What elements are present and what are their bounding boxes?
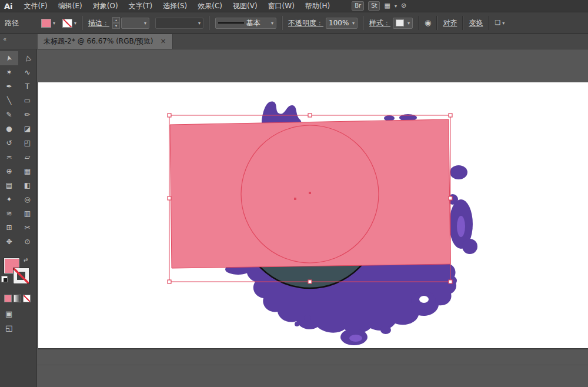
align-label[interactable]: 对齐 (443, 18, 457, 28)
stroke-weight-dropdown[interactable]: ▾ (121, 18, 149, 29)
type-tool[interactable]: T (18, 79, 36, 94)
width-tool[interactable]: ≍ (0, 150, 18, 164)
menu-item-view[interactable]: 视图(V) (228, 0, 263, 12)
opacity-label[interactable]: 不透明度： (288, 18, 323, 28)
graphic-style-dropdown[interactable]: ▾ (393, 18, 413, 29)
mesh-tool-icon: ▤ (6, 181, 12, 189)
menu-item-window[interactable]: 窗口(W) (263, 0, 300, 12)
stroke-weight-stepper[interactable]: ▴ ▾ (112, 17, 120, 29)
blend-tool[interactable]: ◎ (18, 192, 36, 206)
rotate-tool[interactable]: ↺ (0, 136, 18, 150)
width-profile-dropdown[interactable]: ▾ (155, 18, 203, 29)
selection-handle[interactable] (168, 114, 171, 117)
splatter-light-accent (457, 216, 465, 237)
menu-item-select[interactable]: 选择(S) (158, 0, 192, 12)
menu-item-effect[interactable]: 效果(C) (192, 0, 228, 12)
document-tab[interactable]: 未标题-2* @ 66.67% (RGB/预览) × (38, 34, 173, 49)
stroke-color-control[interactable]: ▾ (62, 19, 76, 28)
chevron-down-icon: ▾ (144, 21, 146, 26)
line-segment-tool[interactable]: ╲ (0, 94, 18, 108)
symbol-sprayer-tool[interactable]: ≋ (0, 206, 18, 221)
stroke-color-swatch[interactable] (62, 19, 72, 28)
workspace-chevron-icon[interactable]: ▾ (395, 4, 397, 9)
stroke-chevron-icon[interactable]: ▾ (74, 21, 76, 26)
eraser-tool[interactable]: ◪ (18, 122, 36, 136)
slice-tool[interactable]: ✂ (18, 221, 36, 235)
selection-handle[interactable] (308, 280, 312, 283)
selection-handle[interactable] (168, 196, 171, 200)
zoom-tool[interactable]: ⊙ (18, 235, 36, 249)
splatter-dot[interactable] (304, 315, 311, 322)
gradient-tool-icon: ◧ (24, 181, 31, 189)
selection-handle[interactable] (449, 114, 452, 117)
bridge-button[interactable]: Br (352, 1, 364, 11)
chevron-down-icon: ▾ (407, 21, 410, 26)
blob-brush-tool[interactable]: ● (0, 122, 18, 136)
paintbrush-tool[interactable]: ✎ (0, 108, 18, 122)
recolor-artwork-icon[interactable]: ◉ (425, 17, 431, 29)
eyedropper-tool[interactable]: ✦ (0, 192, 18, 206)
swap-fill-stroke-icon[interactable]: ⇄ (24, 257, 28, 263)
stroke-proxy-swatch[interactable] (14, 268, 29, 283)
fill-color-swatch[interactable] (41, 19, 51, 28)
menu-item-object[interactable]: 对象(O) (88, 0, 123, 12)
selection-handle[interactable] (449, 280, 452, 283)
rectangle-tool-icon: ▭ (24, 96, 31, 105)
pencil-tool[interactable]: ✏ (18, 108, 36, 122)
column-graph-tool[interactable]: ▥ (18, 206, 36, 221)
artboard-tool[interactable]: ⊞ (0, 221, 18, 235)
selection-handle[interactable] (168, 280, 171, 283)
transform-label[interactable]: 变换 (469, 18, 483, 28)
panel-menu-icon[interactable]: ❏ (495, 17, 500, 29)
magic-wand-tool[interactable]: ✶ (0, 65, 18, 79)
app-logo[interactable]: Ai (0, 2, 19, 11)
splatter-dot[interactable] (295, 322, 299, 326)
splatter-dot[interactable] (380, 326, 391, 334)
draw-modes-icon[interactable]: ▣ (5, 309, 36, 318)
workspace-switcher-icon[interactable]: ▦ (384, 0, 390, 12)
splatter-dot[interactable] (450, 165, 467, 179)
shape-builder-tool[interactable]: ⊕ (0, 164, 18, 178)
pen-tool[interactable]: ✒ (0, 79, 18, 94)
divider (82, 16, 83, 30)
stepper-down-icon[interactable]: ▾ (112, 23, 120, 29)
default-fill-stroke-icon[interactable] (1, 276, 8, 282)
menu-item-type[interactable]: 文字(T) (123, 0, 158, 12)
brush-definition-dropdown[interactable]: 基本 ▾ (215, 18, 276, 29)
direct-selection-tool[interactable]: ▷ (18, 51, 36, 65)
tab-bar: « 未标题-2* @ 66.67% (RGB/预览) × (0, 34, 588, 49)
width-tool-icon: ≍ (6, 153, 12, 161)
stroke-weight-label[interactable]: 描边： (88, 18, 109, 28)
splatter-dot[interactable] (462, 239, 477, 254)
fill-chevron-icon[interactable]: ▾ (53, 21, 55, 26)
rectangle-tool[interactable]: ▭ (18, 94, 36, 108)
gradient-tool[interactable]: ◧ (18, 178, 36, 192)
free-transform-tool[interactable]: ▱ (18, 150, 36, 164)
stock-button[interactable]: St (368, 1, 380, 11)
opacity-dropdown[interactable]: 100% ▾ (326, 18, 358, 29)
fill-color-control[interactable]: ▾ (41, 19, 55, 28)
screen-mode-icon[interactable]: ◱ (5, 323, 36, 332)
selection-tool[interactable]: ➤ (0, 51, 18, 65)
lasso-tool[interactable]: ∿ (18, 65, 36, 79)
stepper-up-icon[interactable]: ▴ (112, 17, 120, 23)
menu-item-file[interactable]: 文件(F) (19, 0, 53, 12)
divider (418, 16, 419, 30)
none-mode-button[interactable] (23, 295, 31, 302)
selection-handle[interactable] (449, 196, 452, 200)
perspective-grid-tool[interactable]: ▦ (18, 164, 36, 178)
canvas[interactable] (36, 49, 588, 387)
graphic-style-label[interactable]: 样式： (369, 18, 390, 28)
gradient-mode-button[interactable] (14, 295, 21, 302)
menu-item-edit[interactable]: 编辑(E) (53, 0, 88, 12)
selection-handle[interactable] (308, 114, 312, 117)
mesh-tool[interactable]: ▤ (0, 178, 18, 192)
menu-item-help[interactable]: 帮助(H) (300, 0, 335, 12)
scale-tool[interactable]: ◰ (18, 136, 36, 150)
tab-close-icon[interactable]: × (160, 37, 166, 45)
control-bar: 路径 ▾ ▾ 描边： ▴ ▾ ▾ ▾ 基本 ▾ 不透明度： 100% ▾ 样式：… (0, 12, 588, 34)
toolbar-collapse-icon[interactable]: « (3, 36, 6, 42)
panel-menu-chevron-icon[interactable]: ▾ (502, 21, 505, 26)
hand-tool[interactable]: ✥ (0, 235, 18, 249)
color-mode-button[interactable] (4, 295, 12, 302)
